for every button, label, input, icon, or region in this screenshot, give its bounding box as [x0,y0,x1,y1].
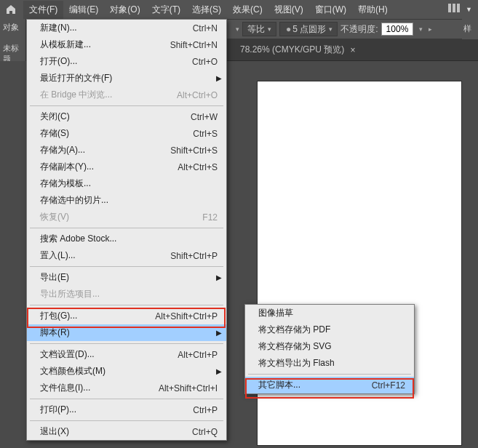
file-menu-item: 在 Bridge 中浏览...Alt+Ctrl+O [27,87,226,103]
script-menu-item[interactable]: 将文档导出为 Flash [245,355,414,372]
file-menu-item[interactable]: 存储选中的切片... [27,192,226,209]
svg-rect-0 [448,4,451,12]
menu-item-label: 恢复(V) [40,211,202,223]
menu-item-label: 从模板新建... [40,39,170,51]
menu-shortcut: Shift+Ctrl+N [170,40,218,50]
options-bar: ▾ 等比▾ ●5 点圆形▾ 不透明度: 100% ▾ ▸ [227,19,462,39]
file-menu-item: 恢复(V)F12 [27,209,226,225]
menu-separator [30,105,223,106]
menu-separator [30,305,223,305]
file-menu-item[interactable]: 存储为模板... [27,175,226,192]
menu-shortcut: Alt+Ctrl+P [178,350,218,360]
menu-window[interactable]: 窗口(W) [309,1,352,19]
menu-text[interactable]: 文字(T) [146,1,186,19]
file-menu-item[interactable]: 关闭(C)Ctrl+W [27,108,226,125]
menu-item-label: 存储选中的切片... [40,194,218,207]
chevron-right-icon[interactable]: ▸ [429,25,432,33]
file-menu-item[interactable]: 文档颜色模式(M)▶ [27,363,226,380]
menu-file[interactable]: 文件(F) [23,1,63,19]
menu-object[interactable]: 对象(O) [104,1,146,19]
menu-item-label: 存储为(A)... [40,144,170,156]
submenu-arrow-icon: ▶ [216,74,222,82]
file-menu-item[interactable]: 新建(N)...Ctrl+N [27,20,226,36]
menubar: 文件(F) 编辑(E) 对象(O) 文字(T) 选择(S) 效果(C) 视图(V… [0,0,478,19]
file-menu-item[interactable]: 文件信息(I)...Alt+Shift+Ctrl+I [27,380,226,396]
menu-item-label: 文件信息(I)... [40,382,159,394]
file-menu-item[interactable]: 置入(L)...Shift+Ctrl+P [27,247,226,264]
menu-item-label: 图像描草 [258,307,405,319]
layout-icon[interactable] [448,4,460,15]
file-menu-item[interactable]: 打包(G)...Alt+Shift+Ctrl+P [27,308,226,324]
menu-select[interactable]: 选择(S) [186,1,227,19]
submenu-arrow-icon: ▶ [216,329,222,337]
menu-shortcut: Ctrl+O [192,57,218,67]
chevron-down-icon[interactable]: ▾ [236,25,239,33]
document-tab[interactable]: 78.26% (CMYK/GPU 预览) × [231,39,364,60]
menu-item-label: 存储(S) [40,127,193,140]
stub-line1: 对象 [3,22,23,33]
script-menu-item[interactable]: 将文档存储为 PDF [245,321,414,338]
file-menu-item[interactable]: 脚本(R)▶ [27,324,226,341]
menu-shortcut: Alt+Ctrl+S [178,162,218,172]
menu-separator [30,343,223,344]
file-menu-item[interactable]: 导出(E)▶ [27,269,226,286]
menu-shortcut: Alt+Shift+Ctrl+I [159,383,218,393]
menu-edit[interactable]: 编辑(E) [63,1,104,19]
menu-item-label: 导出所选项目... [40,288,218,300]
file-menu-item: 导出所选项目... [27,286,226,303]
menu-item-label: 新建(N)... [40,22,193,34]
file-menu-item[interactable]: 打开(O)...Ctrl+O [27,53,226,70]
tab-title: 78.26% (CMYK/GPU 预览) [240,44,344,56]
script-menu-item[interactable]: 其它脚本...Ctrl+F12 [245,377,414,393]
menu-separator [30,228,223,228]
file-menu-item[interactable]: 存储(S)Ctrl+S [27,125,226,142]
menu-shortcut: Ctrl+F12 [372,380,405,391]
menu-item-label: 在 Bridge 中浏览... [40,89,177,101]
menu-item-label: 文档设置(D)... [40,348,178,361]
script-menu-item[interactable]: 图像描草 [245,305,414,321]
menu-shortcut: Ctrl+W [191,112,218,122]
home-icon[interactable] [4,3,17,16]
menu-item-label: 将文档导出为 Flash [258,357,405,369]
stroke-dropdown[interactable]: ●5 点圆形▾ [279,22,338,36]
submenu-arrow-icon: ▶ [216,273,222,281]
document-tabbar: 78.26% (CMYK/GPU 预览) × [227,39,478,61]
left-panel-stub: 对象 未标题 [0,19,26,61]
menu-shortcut: Ctrl+P [193,405,218,415]
menu-help[interactable]: 帮助(H) [352,1,394,19]
file-menu-item[interactable]: 存储副本(Y)...Alt+Ctrl+S [27,159,226,175]
opacity-value[interactable]: 100% [381,23,414,36]
menu-separator [248,374,411,375]
file-menu-item[interactable]: 文档设置(D)...Alt+Ctrl+P [27,346,226,363]
menu-shortcut: Alt+Ctrl+O [177,90,218,100]
menu-separator [30,420,223,421]
menu-shortcut: F12 [202,212,218,223]
menu-effect[interactable]: 效果(C) [227,1,268,19]
file-menu-item[interactable]: 打印(P)...Ctrl+P [27,401,226,418]
menu-item-label: 置入(L)... [40,249,170,262]
file-menu-item[interactable]: 从模板新建...Shift+Ctrl+N [27,36,226,53]
submenu-arrow-icon: ▶ [216,367,222,375]
menu-shortcut: Shift+Ctrl+P [170,251,218,261]
menu-item-label: 打包(G)... [40,310,155,322]
chevron-down-icon[interactable]: ▼ [466,6,472,13]
menu-item-label: 最近打开的文件(F) [40,72,218,84]
menu-separator [30,399,223,399]
file-menu-item[interactable]: 退出(X)Ctrl+Q [27,423,226,440]
compare-dropdown[interactable]: 等比▾ [242,22,276,36]
script-submenu: 图像描草将文档存储为 PDF将文档存储为 SVG将文档导出为 Flash其它脚本… [244,304,415,394]
menu-item-label: 文档颜色模式(M) [40,365,218,377]
menu-item-label: 导出(E) [40,271,218,284]
menu-separator [30,266,223,267]
menu-view[interactable]: 视图(V) [268,1,309,19]
menu-shortcut: Ctrl+S [193,129,218,139]
file-menu-item[interactable]: 搜索 Adobe Stock... [27,231,226,247]
file-menu-item[interactable]: 最近打开的文件(F)▶ [27,70,226,87]
close-icon[interactable]: × [350,45,355,55]
file-menu-item[interactable]: 存储为(A)...Shift+Ctrl+S [27,142,226,159]
chevron-down-icon[interactable]: ▾ [419,25,423,33]
menu-shortcut: Ctrl+Q [192,427,218,437]
right-panel-stub[interactable]: 样 [462,19,478,39]
menu-item-label: 其它脚本... [258,379,372,391]
script-menu-item[interactable]: 将文档存储为 SVG [245,338,414,355]
